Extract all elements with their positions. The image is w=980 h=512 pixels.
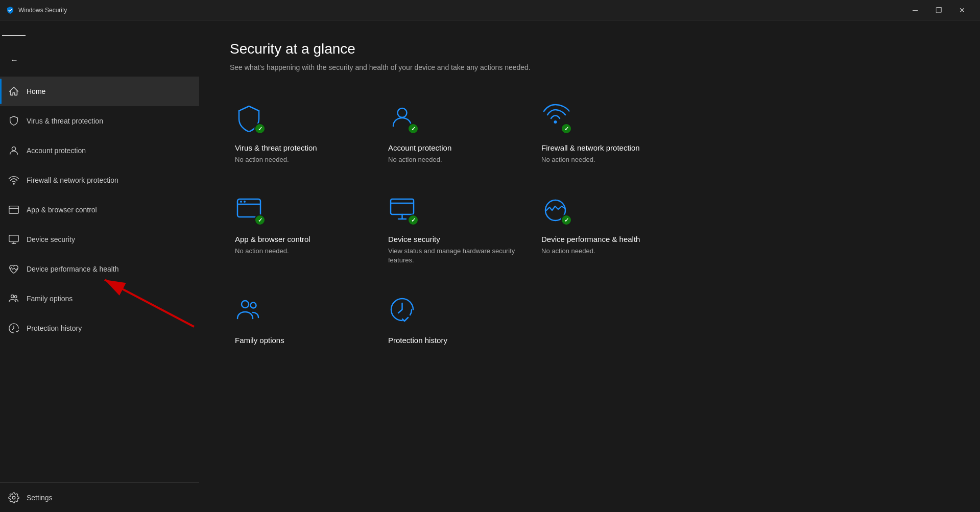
main-content: Security at a glance See what's happenin… [199, 20, 980, 512]
browser-icon [8, 204, 19, 215]
cards-grid: Virus & threat protection No action need… [230, 99, 949, 358]
card-app-check [254, 214, 266, 226]
sidebar-item-settings[interactable]: Settings [0, 482, 199, 512]
sidebar-item-family[interactable]: Family options [0, 284, 199, 313]
card-device-security-check [408, 214, 419, 226]
card-family-icon-wrap [235, 296, 266, 327]
window-controls: ─ ❐ ✕ [903, 2, 974, 18]
sidebar-item-account-label: Account protection [27, 147, 86, 155]
sidebar-item-firewall[interactable]: Firewall & network protection [0, 165, 199, 195]
card-family[interactable]: Family options [230, 291, 373, 358]
card-device-security[interactable]: Device security View status and manage h… [383, 190, 526, 275]
person-icon [8, 145, 19, 156]
card-account-icon-wrap [388, 104, 419, 134]
card-account-title: Account protection [388, 143, 521, 152]
svg-point-5 [11, 295, 14, 298]
titlebar: Windows Security ─ ❐ ✕ [0, 0, 980, 20]
svg-point-0 [12, 147, 15, 151]
svg-point-1 [13, 183, 14, 184]
card-virus[interactable]: Virus & threat protection No action need… [230, 99, 373, 175]
sidebar-item-device-perf-label: Device performance & health [27, 265, 119, 273]
svg-point-17 [251, 302, 256, 308]
titlebar-title: Windows Security [18, 7, 67, 14]
history-icon [8, 323, 19, 334]
card-app-icon-wrap [235, 195, 266, 226]
svg-point-7 [12, 496, 15, 499]
card-app-title: App & browser control [235, 235, 368, 243]
sidebar-item-settings-label: Settings [27, 494, 53, 502]
sidebar-item-home[interactable]: Home [0, 77, 199, 106]
card-device-perf-title: Device performance & health [541, 235, 674, 243]
card-history-icon-wrap [388, 296, 419, 327]
card-device-perf-icon-wrap [541, 195, 572, 226]
sidebar-item-app-label: App & browser control [27, 206, 97, 214]
sidebar-item-history-label: Protection history [27, 324, 82, 332]
card-family-title: Family options [235, 336, 368, 345]
card-history[interactable]: Protection history [383, 291, 526, 358]
card-firewall-icon-wrap [541, 104, 572, 134]
card-device-security-title: Device security [388, 235, 521, 243]
svg-point-6 [14, 296, 17, 298]
sidebar-item-app[interactable]: App & browser control [0, 195, 199, 225]
sidebar-item-virus[interactable]: Virus & threat protection [0, 106, 199, 136]
card-account-check [408, 123, 419, 134]
card-history-title: Protection history [388, 336, 521, 345]
card-account-desc: No action needed. [388, 155, 521, 164]
card-firewall-title: Firewall & network protection [541, 143, 674, 152]
sidebar-item-history[interactable]: Protection history [0, 313, 199, 343]
sidebar-item-virus-label: Virus & threat protection [27, 117, 103, 125]
card-virus-desc: No action needed. [235, 155, 368, 164]
card-virus-title: Virus & threat protection [235, 143, 368, 152]
family-icon [8, 293, 19, 304]
svg-point-8 [398, 108, 407, 117]
app-body: ← Home Virus & threat protection [0, 20, 980, 512]
card-firewall-desc: No action needed. [541, 155, 674, 164]
settings-icon [8, 492, 19, 503]
maximize-button[interactable]: ❐ [927, 2, 950, 18]
sidebar-item-device-security-label: Device security [27, 235, 75, 243]
card-family-card-icon [235, 296, 263, 324]
svg-rect-14 [391, 199, 414, 214]
sidebar-item-firewall-label: Firewall & network protection [27, 176, 118, 184]
monitor-icon [8, 234, 19, 245]
card-app[interactable]: App & browser control No action needed. [230, 190, 373, 275]
home-icon [8, 86, 19, 97]
card-firewall-check [561, 123, 572, 134]
svg-point-16 [242, 301, 249, 308]
close-button[interactable]: ✕ [950, 2, 974, 18]
shield-icon [8, 115, 19, 127]
card-app-desc: No action needed. [235, 247, 368, 256]
card-device-perf-desc: No action needed. [541, 247, 674, 256]
svg-point-13 [244, 201, 246, 203]
card-device-security-icon-wrap [388, 195, 419, 226]
card-device-perf[interactable]: Device performance & health No action ne… [536, 190, 679, 275]
sidebar-item-device-security[interactable]: Device security [0, 225, 199, 254]
back-button[interactable]: ← [4, 51, 25, 69]
card-virus-icon-wrap [235, 104, 266, 134]
sidebar-item-account[interactable]: Account protection [0, 136, 199, 165]
page-subtitle: See what's happening with the security a… [230, 62, 536, 73]
svg-rect-4 [9, 235, 18, 242]
card-virus-check [254, 123, 266, 134]
sidebar-item-home-label: Home [27, 87, 45, 95]
page-title: Security at a glance [230, 41, 949, 57]
sidebar-item-family-label: Family options [27, 295, 73, 303]
heart-icon [8, 263, 19, 275]
card-device-security-desc: View status and manage hardware security… [388, 247, 521, 265]
svg-point-9 [554, 120, 557, 124]
card-firewall[interactable]: Firewall & network protection No action … [536, 99, 679, 175]
app-icon [6, 6, 14, 14]
sidebar-item-device-perf[interactable]: Device performance & health [0, 254, 199, 284]
svg-point-12 [240, 201, 242, 203]
wifi-icon [8, 175, 19, 186]
minimize-button[interactable]: ─ [903, 2, 927, 18]
svg-rect-2 [9, 206, 18, 214]
card-history-icon [388, 296, 416, 324]
card-account[interactable]: Account protection No action needed. [383, 99, 526, 175]
sidebar: ← Home Virus & threat protection [0, 20, 199, 512]
card-device-perf-check [561, 214, 572, 226]
hamburger-button[interactable] [2, 26, 26, 46]
